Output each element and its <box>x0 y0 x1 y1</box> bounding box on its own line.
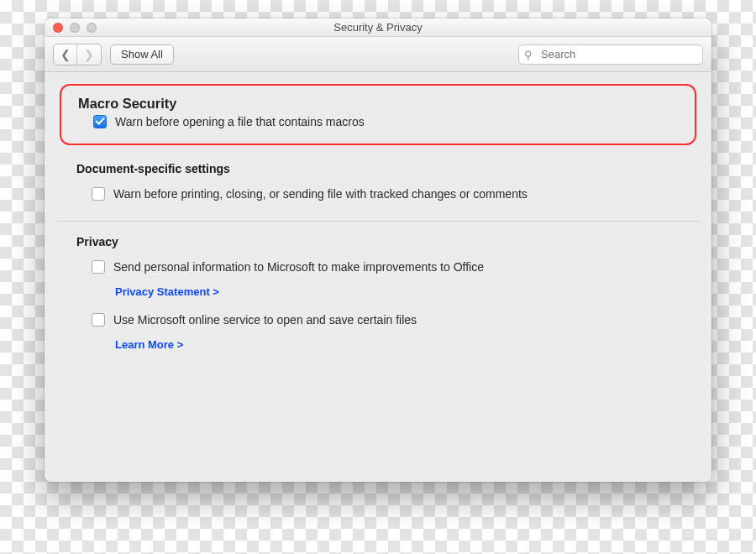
privacy-statement-link[interactable]: Privacy Statement > <box>76 277 219 303</box>
warn-macros-checkbox[interactable] <box>93 115 107 128</box>
send-info-row: Send personal information to Microsoft t… <box>76 257 680 277</box>
preferences-window: Security & Privacy ❮ ❯ Show All ⚲ Macro … <box>45 18 711 482</box>
macro-security-heading: Macro Security <box>78 96 678 112</box>
warn-tracked-checkbox[interactable] <box>92 187 105 201</box>
online-service-checkbox[interactable] <box>92 313 105 327</box>
traffic-lights <box>45 23 97 33</box>
nav-back-forward: ❮ ❯ <box>53 44 102 65</box>
privacy-heading: Privacy <box>76 235 680 248</box>
chevron-right-icon: ❯ <box>84 49 94 60</box>
close-window-button[interactable] <box>53 23 63 33</box>
search-wrap: ⚲ <box>518 44 703 65</box>
minimize-window-button[interactable] <box>70 23 80 33</box>
warn-macros-label: Warn before opening a file that contains… <box>115 115 365 128</box>
send-info-checkbox[interactable] <box>92 260 105 274</box>
toolbar: ❮ ❯ Show All ⚲ <box>45 37 711 72</box>
zoom-window-button[interactable] <box>87 23 97 33</box>
forward-button[interactable]: ❯ <box>77 44 101 65</box>
content-area: Macro Security Warn before opening a fil… <box>45 72 711 482</box>
titlebar: Security & Privacy <box>45 18 711 37</box>
warn-macros-row: Warn before opening a file that contains… <box>78 112 678 132</box>
warn-tracked-row: Warn before printing, closing, or sendin… <box>76 184 680 204</box>
show-all-button[interactable]: Show All <box>110 44 174 65</box>
window-title: Security & Privacy <box>45 21 711 34</box>
document-specific-heading: Document-specific settings <box>76 162 680 175</box>
search-input[interactable] <box>518 44 703 65</box>
document-specific-section: Document-specific settings Warn before p… <box>56 149 700 221</box>
send-info-label: Send personal information to Microsoft t… <box>113 260 484 274</box>
back-button[interactable]: ❮ <box>54 44 77 65</box>
online-service-row: Use Microsoft online service to open and… <box>76 310 680 330</box>
online-service-label: Use Microsoft online service to open and… <box>113 313 417 327</box>
chevron-left-icon: ❮ <box>60 49 71 60</box>
privacy-section: Privacy Send personal information to Mic… <box>56 221 700 373</box>
learn-more-link[interactable]: Learn More > <box>76 330 183 356</box>
macro-security-highlight: Macro Security Warn before opening a fil… <box>60 84 696 145</box>
warn-tracked-label: Warn before printing, closing, or sendin… <box>113 187 528 201</box>
